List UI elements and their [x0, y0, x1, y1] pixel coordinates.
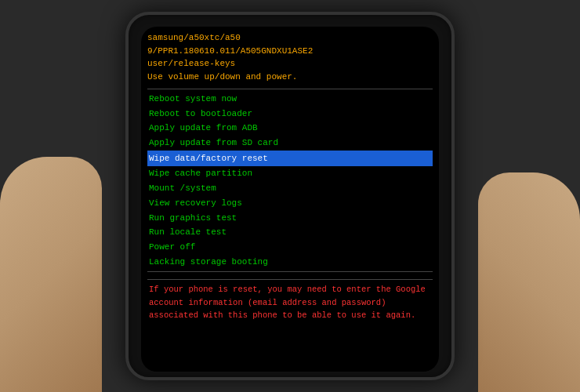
header-divider [147, 89, 433, 89]
menu-item-apply-adb[interactable]: Apply update from ADB [147, 121, 433, 136]
build-line: 9/PPR1.180610.011/A505GNDXU1ASE2 [147, 45, 433, 58]
menu-item-lacking-storage[interactable]: Lacking storage booting [147, 255, 433, 270]
menu-warning-divider [147, 271, 433, 272]
device-info-header: samsung/a50xtc/a50 9/PPR1.180610.011/A50… [147, 31, 433, 83]
menu-item-wipe-factory[interactable]: Wipe data/factory reset [147, 151, 433, 167]
phone: samsung/a50xtc/a50 9/PPR1.180610.011/A50… [125, 12, 455, 380]
scene: samsung/a50xtc/a50 9/PPR1.180610.011/A50… [0, 0, 580, 392]
recovery-screen: samsung/a50xtc/a50 9/PPR1.180610.011/A50… [141, 27, 439, 372]
menu-item-apply-sd[interactable]: Apply update from SD card [147, 136, 433, 151]
warning-section: If your phone is reset, you may need to … [147, 279, 433, 325]
menu-item-view-logs[interactable]: View recovery logs [147, 196, 433, 211]
phone-screen-container: samsung/a50xtc/a50 9/PPR1.180610.011/A50… [141, 27, 439, 372]
warning-text: If your phone is reset, you may need to … [149, 283, 431, 321]
menu-item-graphics-test[interactable]: Run graphics test [147, 211, 433, 226]
hand-right [478, 172, 580, 392]
device-model-line: samsung/a50xtc/a50 [147, 31, 433, 45]
menu-item-reboot-system[interactable]: Reboot system now [147, 92, 433, 107]
hand-left [0, 157, 102, 392]
menu-item-power-off[interactable]: Power off [147, 240, 433, 255]
menu-item-locale-test[interactable]: Run locale test [147, 225, 433, 240]
recovery-menu: Reboot system now Reboot to bootloader A… [147, 92, 433, 269]
release-keys-line: user/release-keys [147, 57, 433, 71]
menu-item-mount-system[interactable]: Mount /system [147, 181, 433, 196]
menu-item-wipe-cache[interactable]: Wipe cache partition [147, 166, 433, 181]
menu-item-reboot-bootloader[interactable]: Reboot to bootloader [147, 107, 433, 122]
volume-instruction-line: Use volume up/down and power. [147, 71, 433, 84]
